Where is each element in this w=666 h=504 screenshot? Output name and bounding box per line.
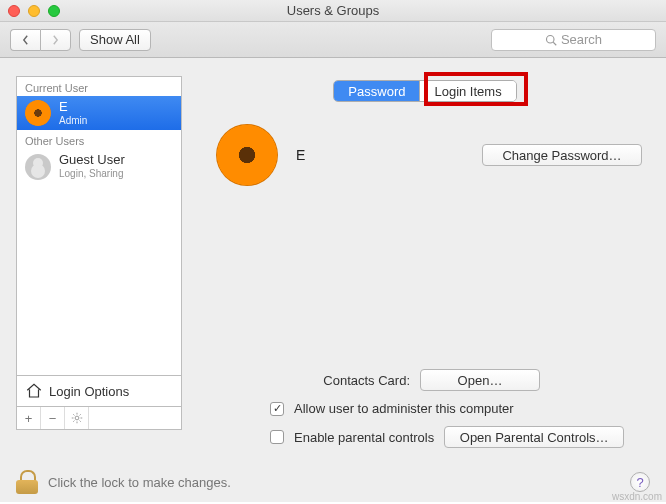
sidebar: Current User E Admin Other Users Guest U… bbox=[16, 76, 182, 456]
search-placeholder: Search bbox=[561, 32, 602, 47]
svg-line-1 bbox=[553, 42, 556, 45]
change-password-button[interactable]: Change Password… bbox=[482, 144, 642, 166]
sidebar-item-guest-user[interactable]: Guest User Login, Sharing bbox=[17, 149, 181, 183]
help-button[interactable]: ? bbox=[630, 472, 650, 492]
forward-button[interactable] bbox=[40, 29, 71, 51]
nav-buttons bbox=[10, 29, 71, 51]
user-name: Guest User bbox=[59, 153, 125, 168]
avatar[interactable] bbox=[216, 124, 278, 186]
lock-icon[interactable] bbox=[16, 470, 38, 494]
svg-point-2 bbox=[75, 416, 79, 420]
list-actions: + − bbox=[16, 406, 182, 430]
watermark: wsxdn.com bbox=[612, 491, 662, 502]
back-button[interactable] bbox=[10, 29, 40, 51]
avatar-icon bbox=[25, 100, 51, 126]
user-header: E Change Password… bbox=[216, 124, 642, 186]
home-icon bbox=[25, 382, 43, 400]
tab-login-items[interactable]: Login Items bbox=[419, 81, 515, 101]
remove-user-button[interactable]: − bbox=[41, 407, 65, 429]
user-list: Current User E Admin Other Users Guest U… bbox=[16, 76, 182, 376]
display-name: E bbox=[296, 147, 307, 163]
allow-admin-checkbox[interactable] bbox=[270, 402, 284, 416]
titlebar: Users & Groups bbox=[0, 0, 666, 22]
tab-password[interactable]: Password bbox=[334, 81, 419, 101]
login-options-button[interactable]: Login Options bbox=[16, 376, 182, 406]
svg-point-0 bbox=[546, 35, 554, 43]
current-user-header: Current User bbox=[17, 77, 181, 96]
login-options-label: Login Options bbox=[49, 384, 129, 399]
allow-admin-label: Allow user to administer this computer bbox=[294, 401, 514, 416]
content: Current User E Admin Other Users Guest U… bbox=[0, 58, 666, 462]
sidebar-item-current-user[interactable]: E Admin bbox=[17, 96, 181, 130]
add-user-button[interactable]: + bbox=[17, 407, 41, 429]
user-text: E Admin bbox=[59, 100, 87, 126]
chevron-right-icon bbox=[51, 34, 60, 46]
show-all-button[interactable]: Show All bbox=[79, 29, 151, 51]
user-text: Guest User Login, Sharing bbox=[59, 153, 125, 179]
parental-controls-label: Enable parental controls bbox=[294, 430, 434, 445]
guest-avatar-icon bbox=[25, 154, 51, 180]
user-name: E bbox=[59, 100, 87, 115]
parental-controls-checkbox[interactable] bbox=[270, 430, 284, 444]
open-parental-controls-button[interactable]: Open Parental Controls… bbox=[444, 426, 624, 448]
user-sub: Login, Sharing bbox=[59, 168, 125, 180]
open-contacts-button[interactable]: Open… bbox=[420, 369, 540, 391]
search-input[interactable]: Search bbox=[491, 29, 656, 51]
toolbar: Show All Search bbox=[0, 22, 666, 58]
chevron-left-icon bbox=[21, 34, 30, 46]
contacts-card-label: Contacts Card: bbox=[240, 373, 410, 388]
footer: Click the lock to make changes. ? bbox=[0, 462, 666, 502]
user-role: Admin bbox=[59, 115, 87, 127]
window-title: Users & Groups bbox=[0, 3, 666, 18]
gear-icon bbox=[70, 411, 84, 425]
search-icon bbox=[545, 34, 557, 46]
other-users-header: Other Users bbox=[17, 130, 181, 149]
tabs: Password Login Items bbox=[208, 80, 642, 102]
actions-menu-button[interactable] bbox=[65, 407, 89, 429]
main-panel: Password Login Items E Change Password… … bbox=[200, 76, 650, 456]
lock-text: Click the lock to make changes. bbox=[48, 475, 231, 490]
settings: Contacts Card: Open… Allow user to admin… bbox=[240, 369, 642, 448]
